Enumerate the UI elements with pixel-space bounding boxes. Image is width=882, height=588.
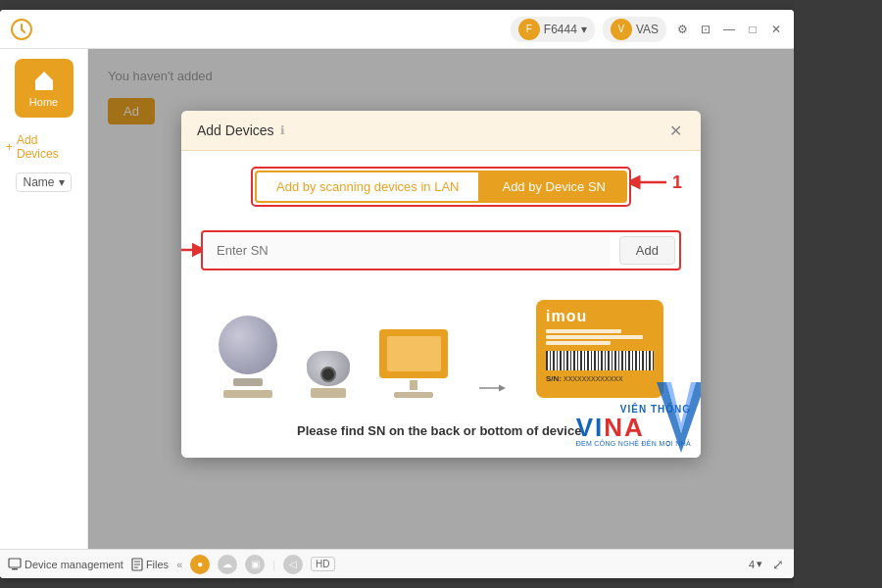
prev-button[interactable]: ◁ <box>283 555 303 574</box>
expand-icon[interactable]: ⤢ <box>770 557 786 572</box>
plus-icon: + <box>6 140 13 154</box>
chevron-left-icon[interactable]: « <box>176 559 182 570</box>
sn-barcode <box>546 351 654 370</box>
sn-card-logo: imou <box>546 308 654 325</box>
title-bar-left <box>10 18 33 41</box>
name-label: Name <box>23 175 54 189</box>
title-bar-right: F F6444 ▾ V VAS ⚙ ⊡ — □ ✕ <box>511 17 784 42</box>
name-dropdown[interactable]: Name ▾ <box>16 172 71 192</box>
home-label: Home <box>29 96 58 108</box>
title-bar: F F6444 ▾ V VAS ⚙ ⊡ — □ ✕ <box>0 10 794 49</box>
ptz-eye <box>320 367 336 382</box>
modal-title-label: Add Devices <box>197 122 274 138</box>
sn-label-row: S/N: XXXXXXXXXXXXX <box>546 374 654 383</box>
sn-card-lines <box>546 329 654 345</box>
add-devices-modal: Add Devices ℹ ✕ Add by scanning devices … <box>181 111 701 458</box>
sn-add-button[interactable]: Add <box>619 236 675 265</box>
maximize-icon[interactable]: □ <box>745 22 760 37</box>
sidebar-home-button[interactable]: Home <box>15 59 74 118</box>
dropdown-arrow-icon: ▾ <box>59 175 65 189</box>
nvr-device-icon <box>379 329 448 398</box>
dome-stand <box>233 378 263 386</box>
sn-input-row: Add <box>201 230 681 270</box>
main-content: You haven't added Ad Add Devices ℹ ✕ <box>88 49 794 549</box>
tab-buttons-container: Add by scanning devices in LAN Add by De… <box>251 167 631 207</box>
page-num-value: 4 <box>749 559 755 570</box>
dome-head <box>219 316 277 374</box>
divider-1: | <box>272 559 275 570</box>
tab-scan-lan-button[interactable]: Add by scanning devices in LAN <box>255 171 480 203</box>
user-avatar: F <box>518 19 540 40</box>
connect-arrow <box>477 378 507 398</box>
nvr-stand-h <box>394 392 433 398</box>
sn-input-container: 2 Add <box>201 230 681 270</box>
modal-header: Add Devices ℹ ✕ <box>181 111 701 151</box>
files-icon <box>131 558 143 571</box>
device-mgmt-icon <box>8 558 22 571</box>
sn-input-field[interactable] <box>205 234 610 267</box>
sn-line-2 <box>546 335 643 339</box>
svg-rect-4 <box>12 568 18 570</box>
window-restore-icon[interactable]: ⊡ <box>698 22 713 37</box>
watermark-na: NA <box>604 415 645 440</box>
nvr-screen-inner <box>387 336 441 371</box>
watermark-v-shape <box>652 382 701 453</box>
sidebar: Home + Add Devices Name ▾ <box>0 49 88 578</box>
dark-panel <box>794 0 882 588</box>
record-button[interactable]: ● <box>190 555 210 574</box>
arrow-annotation-1: 1 <box>629 169 682 196</box>
settings-icon[interactable]: ⚙ <box>674 22 690 37</box>
tab-area-highlight: Add by scanning devices in LAN Add by De… <box>251 167 631 207</box>
modal-info-icon[interactable]: ℹ <box>280 123 285 137</box>
app-window: F F6444 ▾ V VAS ⚙ ⊡ — □ ✕ Home + Add Dev… <box>0 10 794 578</box>
add-devices-sidebar-button[interactable]: + Add Devices <box>0 129 87 165</box>
bottom-bar: Device management Files « ● ☁ ▣ | ◁ HD 4… <box>0 549 794 578</box>
sn-line-1 <box>546 329 621 333</box>
device-management-tab[interactable]: Device management <box>8 558 123 571</box>
storage-button[interactable]: ▣ <box>245 555 265 574</box>
page-number: 4 ▾ <box>749 558 762 570</box>
files-tab[interactable]: Files <box>131 558 169 571</box>
modal-close-button[interactable]: ✕ <box>665 121 685 140</box>
dome-base <box>223 390 272 398</box>
arrow-annotation-2: 2 <box>181 236 203 264</box>
modal-tabs: Add by scanning devices in LAN Add by De… <box>181 151 701 219</box>
close-icon[interactable]: ✕ <box>768 22 784 37</box>
nvr-screen <box>379 329 448 378</box>
user-id-text: F6444 <box>544 23 577 36</box>
cloud-button[interactable]: ☁ <box>218 555 237 574</box>
tab-device-sn-button[interactable]: Add by Device SN <box>480 171 627 203</box>
ptz-base <box>311 388 346 398</box>
device-illustration: imou S/N: XXXXXXXXXXXXX <box>201 290 681 408</box>
add-devices-label: Add Devices <box>17 133 81 161</box>
sn-card-number: XXXXXXXXXXXXX <box>564 375 623 382</box>
user-name-text: VAS <box>636 23 659 36</box>
user-id-badge: F F6444 ▾ <box>511 17 595 42</box>
ptz-head <box>307 351 350 386</box>
minimize-icon[interactable]: — <box>721 22 737 37</box>
files-label: Files <box>146 559 169 570</box>
sn-card: imou S/N: XXXXXXXXXXXXX <box>536 300 663 398</box>
dropdown-icon: ▾ <box>581 23 587 36</box>
hd-badge: HD <box>311 557 334 571</box>
user-avatar-2: V <box>611 19 632 40</box>
nvr-stand-v <box>410 380 417 390</box>
number-1-annotation: 1 <box>672 172 682 193</box>
device-management-label: Device management <box>24 559 123 570</box>
page-dropdown-icon[interactable]: ▾ <box>757 558 762 570</box>
svg-rect-3 <box>9 559 21 567</box>
modal-overlay: Add Devices ℹ ✕ Add by scanning devices … <box>88 49 794 549</box>
clock-icon <box>10 18 33 41</box>
user-name-badge: V VAS <box>603 17 666 42</box>
sn-line-3 <box>546 341 611 345</box>
watermark-v1: VI <box>576 415 605 440</box>
sn-label: S/N: <box>546 374 562 383</box>
ptz-camera-icon <box>307 351 350 398</box>
dome-camera-icon <box>219 316 277 398</box>
modal-title-text: Add Devices ℹ <box>197 122 285 138</box>
